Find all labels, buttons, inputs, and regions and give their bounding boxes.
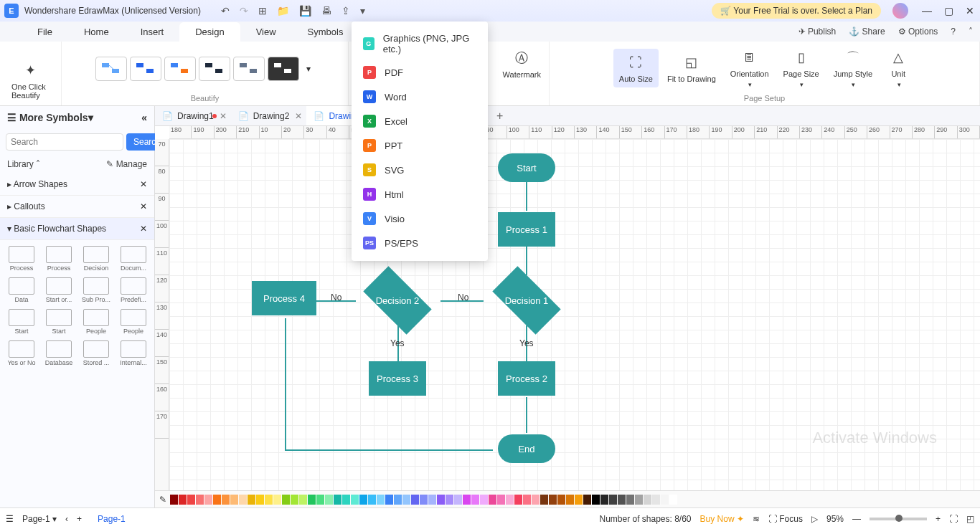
color-swatch[interactable] [566,495,574,505]
shape-stencil[interactable]: Start [4,308,39,336]
theme-more-icon[interactable]: ▾ [302,64,315,74]
focus-mode-button[interactable]: ⛶ Focus [768,514,803,524]
page-selector[interactable]: Page-1 ▾ [22,514,57,524]
color-swatch[interactable] [273,495,281,505]
more-symbols-header[interactable]: ☰ More Symbols▾ [7,112,93,123]
outline-icon[interactable]: ☰ [6,514,14,524]
color-swatch[interactable] [385,495,393,505]
color-swatch[interactable] [368,495,376,505]
menu-design[interactable]: Design [179,22,240,42]
library-dropdown[interactable]: Library ˄ [7,159,40,169]
shape-stencil[interactable]: Start [42,308,76,336]
theme-3[interactable] [164,57,196,81]
color-swatch[interactable] [230,495,238,505]
shape-stencil[interactable]: Yes or No [4,339,39,368]
theme-5[interactable] [233,57,265,81]
color-swatch[interactable] [402,495,410,505]
user-avatar[interactable] [892,3,908,19]
color-swatch[interactable] [342,495,350,505]
color-swatch[interactable] [506,495,514,505]
menu-insert[interactable]: Insert [125,22,180,42]
color-swatch[interactable] [540,495,548,505]
open-icon[interactable]: 📁 [277,5,289,16]
remove-cat-icon[interactable]: ✕ [140,224,147,234]
publish-button[interactable]: ✈ Publish [798,27,837,37]
shape-stencil[interactable]: Internal... [116,339,151,368]
color-swatch[interactable] [618,495,626,505]
category-callouts[interactable]: ▸ Callouts✕ [0,196,154,218]
close-tab-icon[interactable]: ✕ [220,111,227,121]
close-tab-icon[interactable]: ✕ [295,111,302,121]
export-icon[interactable]: ⇪ [341,5,350,16]
color-swatch[interactable] [256,495,264,505]
category-basic-flowchart[interactable]: ▾ Basic Flowchart Shapes✕ [0,218,154,240]
color-swatch[interactable] [394,495,402,505]
color-swatch[interactable] [179,495,187,505]
page-tab[interactable]: Page-1 [90,511,133,527]
export-option[interactable]: VVisio [352,206,488,231]
jump-style-button[interactable]: ⌒Jump Style▾ [828,44,878,92]
fit-to-drawing-button[interactable]: ◱Fit to Drawing [661,49,722,87]
color-swatch[interactable] [351,495,359,505]
color-swatch[interactable] [549,495,557,505]
connector[interactable] [526,397,527,433]
shape-stencil[interactable]: Predefi... [116,276,151,305]
shape-stencil[interactable]: People [116,308,151,336]
symbol-search-input[interactable] [6,133,123,151]
shape-stencil[interactable]: Docum... [116,244,151,273]
export-option[interactable]: GGraphics (PNG, JPG etc.) [352,27,488,60]
collapse-panel-icon[interactable]: « [141,112,147,123]
theme-4[interactable] [199,57,230,81]
options-button[interactable]: ⚙ Options [898,27,938,37]
color-swatch[interactable] [454,495,462,505]
connector[interactable] [285,449,493,451]
shape-stencil[interactable]: Sub Pro... [79,276,113,305]
shape-stencil[interactable]: Data [4,276,39,305]
shape-process2[interactable]: Process 2 [498,361,555,396]
color-swatch[interactable] [575,495,583,505]
shape-stencil[interactable]: Process [4,244,39,273]
color-swatch[interactable] [609,495,617,505]
color-swatch[interactable] [583,495,591,505]
shape-stencil[interactable]: Process [42,244,76,273]
color-swatch[interactable] [239,495,247,505]
shape-stencil[interactable]: People [79,308,113,336]
shape-stencil[interactable]: Stored ... [79,339,113,368]
save-icon[interactable]: 💾 [299,5,311,16]
zoom-in-icon[interactable]: + [936,514,941,524]
color-swatch[interactable] [523,495,531,505]
export-option[interactable]: PPPT [352,133,488,158]
menu-symbols[interactable]: Symbols [292,22,359,42]
color-swatch[interactable] [170,495,178,505]
manage-library-button[interactable]: ✎ Manage [106,159,147,169]
close-icon[interactable]: ✕ [964,5,976,16]
color-swatch[interactable] [420,495,428,505]
page-size-button[interactable]: ▯Page Size▾ [778,44,825,92]
shape-stencil[interactable]: Start or... [42,276,76,305]
layers-icon[interactable]: ≋ [753,514,760,524]
color-swatch[interactable] [489,495,496,505]
remove-cat-icon[interactable]: ✕ [140,201,147,211]
color-swatch[interactable] [669,495,677,505]
color-swatch[interactable] [265,495,273,505]
zoom-slider[interactable] [870,518,927,520]
color-swatch[interactable] [187,495,195,505]
shape-stencil[interactable]: Database [42,339,76,368]
qat-more-icon[interactable]: ▾ [360,5,365,16]
zoom-level[interactable]: 95% [826,514,844,524]
share-button[interactable]: ⚓ Share [849,27,885,37]
eyedropper-icon[interactable]: ✎ [159,495,166,505]
color-swatch[interactable] [411,495,419,505]
document-tab[interactable]: 📄Drawing2✕ [231,106,307,125]
fullscreen-icon[interactable]: ◰ [966,514,974,524]
document-tab[interactable]: 📄Drawing1✕ [155,106,231,125]
color-swatch[interactable] [325,495,333,505]
color-swatch[interactable] [463,495,471,505]
shape-process3[interactable]: Process 3 [369,361,426,396]
redo-icon[interactable]: ↷ [240,5,248,16]
shape-decision1[interactable]: Decision 1 [484,275,570,325]
export-option[interactable]: WWord [352,85,488,109]
help-icon[interactable]: ? [951,27,956,37]
color-swatch[interactable] [480,495,488,505]
zoom-out-icon[interactable]: — [852,514,861,524]
